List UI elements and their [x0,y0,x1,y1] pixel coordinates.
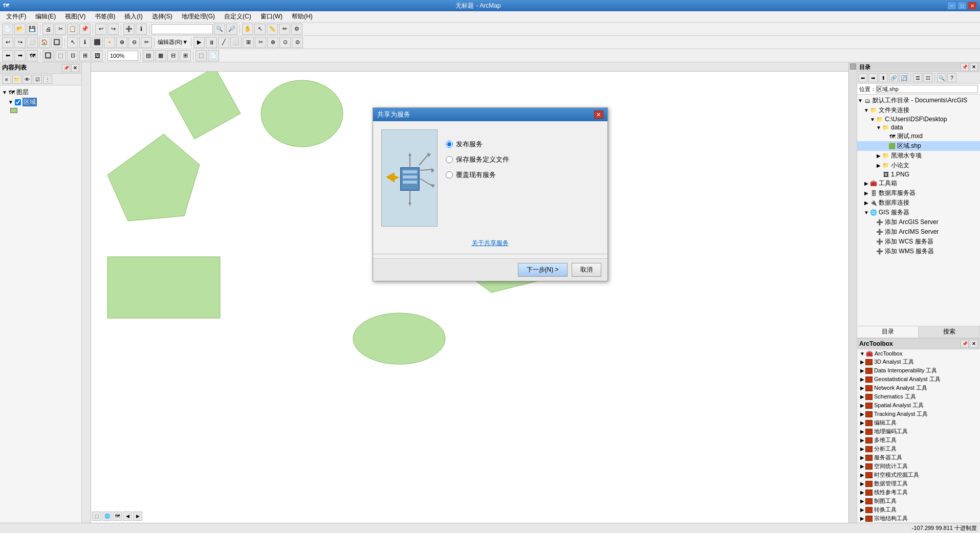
catalog-pin-btn[interactable]: 📌 [961,63,969,71]
catalog-location-input[interactable] [876,85,978,93]
tool-geostat[interactable]: ▶ Geostatistical Analyst 工具 [857,375,980,384]
tb2-btn13[interactable]: ⊞ [243,37,254,48]
save-btn[interactable]: 💾 [27,24,38,35]
tb2-btn12[interactable]: ⬜ [230,37,242,48]
add-data-btn[interactable]: ➕ [123,24,135,35]
arctoolbox-header[interactable]: ArcToolbox 📌 ✕ [857,339,980,349]
tree-db-server[interactable]: ▶ 🗄 数据库服务器 [857,188,980,198]
tool-parcel[interactable]: ▶ 宗地结构工具 [857,514,980,523]
minimize-button[interactable]: − [947,2,956,10]
cancel-button[interactable]: 取消 [572,263,601,277]
options-btn[interactable]: ⋮ [43,75,52,84]
tb2-btn14[interactable]: ✂ [255,37,266,48]
tb3-btn5[interactable]: ⬚ [55,50,66,61]
menu-view[interactable]: 视图(V) [61,11,90,22]
cut-btn[interactable]: ✂ [55,24,66,35]
tb2-btn15[interactable]: ⊕ [267,37,278,48]
tool-editing[interactable]: ▶ 编辑工具 [857,418,980,427]
tb2-select-btn[interactable]: ↖ [67,37,78,48]
tree-data-folder[interactable]: ▼ 📁 data [857,123,980,131]
menu-geoprocessing[interactable]: 地理处理(G) [178,11,219,22]
tb2-select2-btn[interactable]: ⬛ [92,37,103,48]
tool-linear-ref[interactable]: ▶ 线性参考工具 [857,488,980,497]
tool-cartography[interactable]: ▶ 制图工具 [857,497,980,505]
catalog-table-btn[interactable]: ☰ [913,73,922,82]
catalog-connect-btn[interactable]: 🔗 [889,73,898,82]
tool-server[interactable]: ▶ 服务器工具 [857,453,980,462]
scroll-thumb[interactable] [850,63,856,70]
tree-add-arcgis[interactable]: ➕ 添加 ArcGIS Server [857,217,980,227]
catalog-search-btn[interactable]: 🔍 [937,73,946,82]
tb3-btn8[interactable]: 🖼 [92,50,103,61]
tool-spatial-analyst[interactable]: ▶ Spatial Analyst 工具 [857,401,980,410]
new-btn[interactable]: 📄 [2,24,13,35]
catalog-details-btn[interactable]: ☷ [923,73,932,82]
share-service-help-link[interactable]: 关于共享服务 [472,239,509,247]
layer-visible-check[interactable] [15,99,21,105]
layer-expand[interactable]: ▼ [8,99,13,105]
copy-btn[interactable]: 📋 [67,24,78,35]
tb3-btn1[interactable]: ⬅ [2,50,13,61]
tree-gis-server[interactable]: ▼ 🌐 GIS 服务器 [857,208,980,217]
tool-3d-analyst[interactable]: ▶ 3D Analyst 工具 [857,358,980,366]
menu-bookmark[interactable]: 书签(B) [91,11,119,22]
tool-tracking[interactable]: ▶ Tracking Analyst 工具 [857,410,980,418]
catalog-forward-btn[interactable]: ➡ [868,73,878,82]
maximize-button[interactable]: □ [957,2,967,10]
tab-catalog[interactable]: 目录 [857,326,919,338]
tb2-line-btn[interactable]: ╱ [218,37,229,48]
tool-schematics[interactable]: ▶ Schematics 工具 [857,392,980,401]
tb3-btn3[interactable]: 🗺 [27,50,38,61]
tree-add-arcims[interactable]: ➕ 添加 ArcIMS Server [857,227,980,237]
tb2-btn5[interactable]: 🔲 [51,37,62,48]
menu-file[interactable]: 文件(F) [2,11,30,22]
tree-mxd-file[interactable]: 🗺 测试.mxd [857,131,980,141]
tool-analysis[interactable]: ▶ 分析工具 [857,445,980,453]
tree-add-wms[interactable]: ➕ 添加 WMS 服务器 [857,247,980,256]
tb3-btn13[interactable]: ⬚ [195,50,207,61]
zoom-level-input[interactable] [107,51,138,61]
tree-paper-folder[interactable]: ▶ 📁 小论文 [857,161,980,170]
save-definition-radio[interactable] [446,156,453,163]
menu-help[interactable]: 帮助(H) [288,11,317,22]
catalog-refresh-btn[interactable]: 🔄 [899,73,908,82]
tb2-btn7[interactable]: ⊕ [116,37,127,48]
tree-default-workspace[interactable]: ▼ 🗂 默认工作目录 - Documents\ArcGIS [857,96,980,105]
map-nav-layout-btn[interactable]: ⬚ [92,512,101,521]
tb2-btn4[interactable]: 🏠 [39,37,50,48]
close-button[interactable]: ✕ [968,2,977,10]
catalog-help-btn[interactable]: ? [947,73,956,82]
tree-heihai-folder[interactable]: ▶ 📁 黑潮水专项 [857,151,980,161]
map-next-btn[interactable]: ▶ [133,512,142,521]
pan-btn[interactable]: ✋ [242,24,253,35]
arctoolbox-pin-btn[interactable]: 📌 [961,340,969,348]
open-btn[interactable]: 📂 [14,24,26,35]
tb2-btn9[interactable]: ✏ [141,37,152,48]
settings-btn[interactable]: ⚙ [291,24,302,35]
edit-btn[interactable]: ✏ [279,24,290,35]
undo-btn[interactable]: ↩ [95,24,106,35]
print-btn[interactable]: 🖨 [42,24,54,35]
tool-data-mgmt[interactable]: ▶ 数据管理工具 [857,479,980,488]
list-by-selection-btn[interactable]: ☑ [33,75,42,84]
contents-pin-btn[interactable]: 📌 [62,64,70,72]
tb3-btn14[interactable]: 📄 [208,50,219,61]
tb3-btn2[interactable]: ➡ [14,50,26,61]
publish-service-radio[interactable] [446,141,453,148]
tree-shp-file[interactable]: 🟩 区域.shp [857,141,980,151]
tree-png-file[interactable]: 🖼 1.PNG [857,170,980,179]
tb2-info-btn[interactable]: ℹ [79,37,91,48]
tool-stpm[interactable]: ▶ 时空模式挖掘工具 [857,471,980,479]
catalog-back-btn[interactable]: ⬅ [858,73,867,82]
select-btn[interactable]: ↖ [254,24,266,35]
arctoolbox-close-btn[interactable]: ✕ [970,340,978,348]
list-by-drawing-order-btn[interactable]: ≡ [2,75,11,84]
map-nav-scene-btn[interactable]: 🗺 [113,512,122,521]
paste-btn[interactable]: 📌 [79,24,91,35]
tool-conversion[interactable]: ▶ 转换工具 [857,505,980,514]
tb2-btn10[interactable]: ▶ [193,37,205,48]
tb3-btn11[interactable]: ⊟ [167,50,179,61]
menu-window[interactable]: 窗口(W) [256,11,287,22]
layers-expand[interactable]: ▼ [2,90,7,95]
tool-geocoding[interactable]: ▶ 地理编码工具 [857,427,980,436]
